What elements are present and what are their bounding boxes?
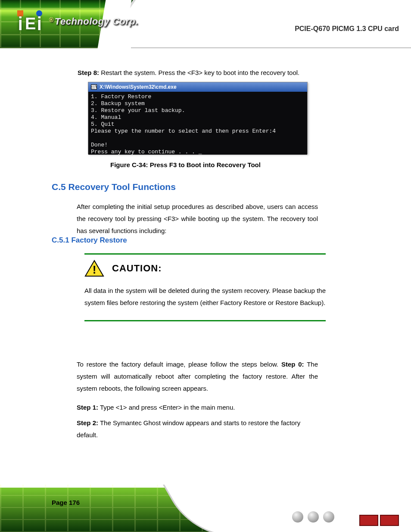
- cmd-titlebar: c:\ X:\Windows\System32\cmd.exe: [88, 82, 307, 92]
- step-8: Step 8: Restart the system. Press the <F…: [78, 68, 319, 78]
- product-title: PCIE-Q670 PICMG 1.3 CPU card: [295, 25, 399, 33]
- restore-steps: Step 1: Type <1> and press <Enter> in th…: [77, 401, 318, 445]
- restore-desc-step0: Step 0:: [281, 361, 304, 368]
- list-item: Step 2: The Symantec Ghost window appear…: [77, 417, 318, 441]
- subsection-heading: C.5.1 Factory Restore: [52, 236, 127, 245]
- step-8-label: Step 8:: [78, 69, 99, 76]
- caution-text: All data in the system will be deleted d…: [84, 285, 326, 309]
- cmd-window: c:\ X:\Windows\System32\cmd.exe 1. Facto…: [88, 82, 308, 154]
- step-text: Type <1> and press <Enter> in the main m…: [100, 404, 235, 411]
- brand-logo: i E i ®Technology Corp.: [17, 10, 138, 33]
- restore-desc-pre: To restore the factory default image, pl…: [77, 361, 278, 368]
- capacitor-icon: [323, 511, 334, 523]
- page-header: i E i ®Technology Corp. PCIE-Q670 PICMG …: [0, 0, 411, 48]
- logo-letter-e: E: [25, 16, 36, 32]
- restore-description: To restore the factory default image, pl…: [77, 358, 318, 395]
- warning-triangle-icon: !: [84, 260, 104, 277]
- caution-header-row: ! CAUTION:: [84, 260, 326, 277]
- brand-text: ®Technology Corp.: [49, 16, 138, 27]
- section-heading: C.5 Recovery Tool Functions: [52, 182, 176, 192]
- section-intro: After completing the initial setup proce…: [77, 201, 318, 237]
- list-item: Step 1: Type <1> and press <Enter> in th…: [77, 401, 318, 414]
- step-8-text: Restart the system. Press the <F3> key t…: [101, 69, 299, 76]
- page-footer: Page 176: [0, 485, 411, 532]
- subsection-number: C.5.1: [52, 236, 69, 244]
- subsection-title: Factory Restore: [71, 236, 127, 244]
- cmd-output: 1. Factory Restore 2. Backup system 3. R…: [88, 92, 307, 155]
- cmd-title-text: X:\Windows\System32\cmd.exe: [100, 84, 177, 90]
- step-label: Step 2:: [77, 419, 98, 426]
- logo-mark: i E i: [17, 10, 45, 33]
- logo-letter-i: i: [18, 14, 23, 33]
- caution-callout: ! CAUTION: All data in the system will b…: [84, 253, 326, 321]
- page-body: Step 8: Restart the system. Press the <F…: [0, 48, 411, 532]
- section-title: Recovery Tool Functions: [68, 182, 176, 192]
- caution-label: CAUTION:: [112, 263, 162, 274]
- logo-letter-i2: i: [37, 14, 42, 33]
- figure-caption: Figure C-34: Press F3 to Boot into Recov…: [110, 161, 261, 168]
- chip-icon: [380, 515, 399, 526]
- step-label: Step 1:: [77, 404, 98, 411]
- cmd-icon: c:\: [91, 84, 97, 90]
- chip-icon: [359, 515, 378, 526]
- capacitor-icon: [308, 511, 319, 523]
- section-number: C.5: [52, 182, 66, 192]
- svg-text:!: !: [93, 263, 97, 276]
- brand-name: Technology Corp.: [55, 16, 138, 27]
- page-number: Page 176: [52, 499, 80, 506]
- capacitor-icon: [292, 511, 303, 523]
- step-text: The Symantec Ghost window appears and st…: [77, 419, 300, 439]
- registered-mark-icon: ®: [49, 16, 54, 23]
